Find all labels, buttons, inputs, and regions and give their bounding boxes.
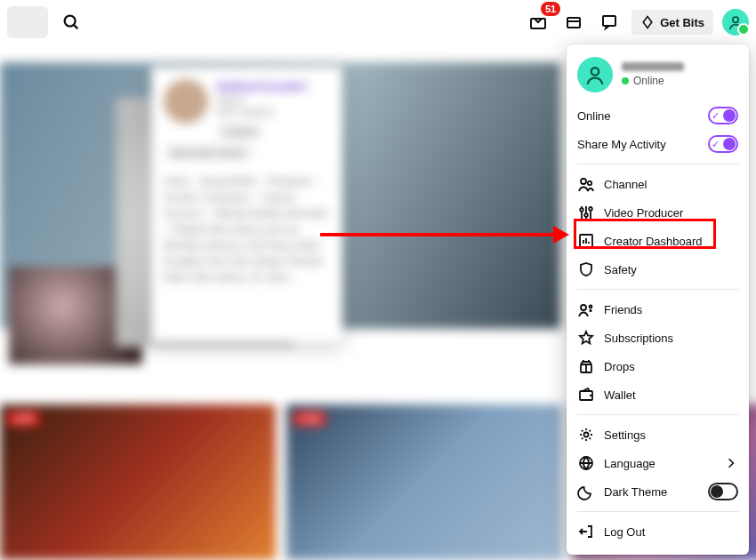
svg-point-9 (580, 208, 583, 212)
menu-avatar (577, 57, 613, 92)
drops-icon (577, 357, 595, 375)
dashboard-icon (577, 232, 595, 250)
toggle-activity-label: Share My Activity (577, 138, 666, 151)
search-icon (61, 12, 81, 32)
menu-item-friends[interactable]: Friends (567, 295, 749, 324)
menu-item-dark-theme[interactable]: Dark Theme (567, 477, 749, 506)
featured-webcam-pip (9, 267, 142, 364)
menu-item-label: Channel (604, 178, 647, 191)
menu-item-label: Language (604, 457, 655, 470)
user-avatar-button[interactable] (722, 9, 749, 36)
menu-divider (577, 414, 738, 415)
toggle-online-switch[interactable]: ✓ (708, 107, 738, 124)
get-bits-button[interactable]: Get Bits (631, 10, 713, 35)
inbox-arrow-icon (529, 13, 547, 31)
menu-status: Online (622, 75, 684, 87)
svg-line-1 (74, 25, 77, 28)
menu-item-label: Wallet (604, 388, 636, 402)
menu-item-logout[interactable]: Log Out (567, 517, 749, 546)
menu-item-label: Drops (604, 360, 635, 373)
toggle-activity-switch[interactable]: ✓ (708, 135, 738, 153)
menu-item-safety[interactable]: Safety (567, 255, 749, 284)
menu-divider (577, 511, 738, 512)
logout-icon (577, 523, 595, 540)
svg-rect-3 (567, 18, 580, 28)
menu-status-label: Online (633, 75, 664, 87)
menu-username (622, 62, 684, 71)
shield-icon (577, 260, 595, 278)
toggle-activity[interactable]: Share My Activity ✓ (567, 130, 749, 158)
svg-point-17 (584, 433, 589, 437)
menu-item-drops[interactable]: Drops (567, 352, 749, 380)
top-nav: 51 Get Bits (0, 0, 756, 44)
user-menu-dropdown: Online Online ✓ Share My Activity ✓ Chan… (567, 44, 749, 555)
wallet-icon (577, 386, 595, 404)
svg-point-14 (590, 306, 592, 308)
menu-item-label: Creator Dashboard (604, 235, 703, 248)
bits-icon (640, 15, 655, 29)
svg-point-13 (581, 305, 586, 310)
menu-item-label: Settings (604, 428, 646, 442)
prime-loot-button[interactable] (560, 9, 587, 36)
menu-divider (577, 289, 738, 290)
whispers-button[interactable] (596, 9, 623, 36)
menu-user-header: Online (567, 53, 749, 101)
menu-item-wallet[interactable]: Wallet (567, 380, 749, 409)
search-input[interactable] (7, 6, 48, 38)
sliders-icon (577, 204, 595, 221)
toggle-dark-theme-switch[interactable] (708, 483, 738, 500)
svg-point-7 (581, 179, 586, 184)
menu-item-creator-dashboard[interactable]: Creator Dashboard (567, 227, 749, 255)
menu-item-settings[interactable]: Settings (567, 420, 749, 449)
notifications-badge: 51 (541, 2, 560, 16)
menu-item-label: Subscriptions (604, 332, 673, 345)
notifications-button[interactable]: 51 (525, 9, 551, 36)
get-bits-label: Get Bits (660, 16, 704, 29)
menu-item-video-producer[interactable]: Video Producer (567, 198, 749, 227)
user-icon (584, 64, 606, 85)
svg-point-6 (591, 68, 599, 75)
toggle-online[interactable]: Online ✓ (567, 101, 749, 130)
svg-point-0 (65, 16, 76, 27)
menu-item-label: Safety (604, 263, 637, 276)
menu-item-label: Friends (604, 303, 642, 316)
svg-point-5 (733, 17, 738, 22)
gear-icon (577, 426, 595, 444)
moon-icon (577, 483, 595, 500)
friends-icon (577, 300, 595, 318)
menu-item-label: Dark Theme (604, 485, 667, 499)
globe-icon (577, 454, 595, 472)
chevron-right-icon (724, 456, 738, 470)
crown-icon (565, 13, 583, 31)
search-button[interactable] (53, 6, 89, 38)
chat-icon (600, 13, 618, 31)
menu-item-label: Log Out (604, 525, 645, 539)
menu-item-label: Video Producer (604, 206, 683, 220)
toggle-online-label: Online (577, 109, 611, 123)
svg-rect-4 (603, 16, 615, 26)
svg-point-11 (589, 207, 592, 211)
online-dot-icon (622, 77, 629, 84)
star-icon (577, 329, 595, 347)
svg-point-8 (588, 181, 591, 185)
menu-divider (577, 164, 738, 164)
menu-item-channel[interactable]: Channel (567, 170, 749, 198)
svg-point-10 (584, 213, 588, 217)
menu-item-subscriptions[interactable]: Subscriptions (567, 324, 749, 352)
svg-rect-2 (531, 19, 545, 28)
user-icon (728, 14, 744, 30)
menu-item-language[interactable]: Language (567, 449, 749, 477)
featured-info-card: NathanCavaleri Music635 viewers EnglishA… (151, 67, 342, 342)
channel-icon (577, 175, 595, 193)
